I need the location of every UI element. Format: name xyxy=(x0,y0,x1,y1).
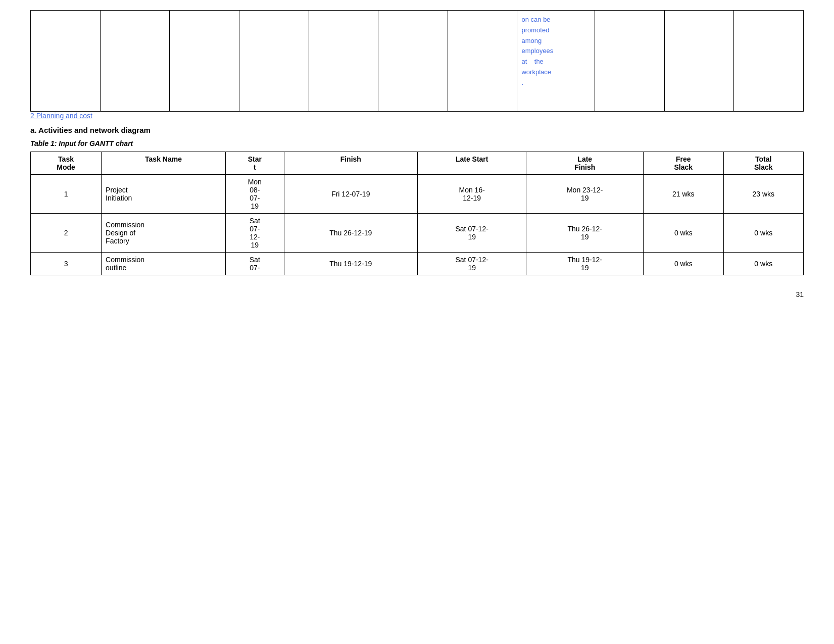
col-header-start-line2: t xyxy=(230,163,280,171)
row2-finish: Thu 26-12-19 xyxy=(284,214,417,253)
page-number: 31 xyxy=(30,290,804,299)
row3-late-finish: Thu 19-12-19 xyxy=(526,253,644,275)
grid-cell-7 xyxy=(448,11,518,112)
cell-text-content: on can be promoted among employees at th… xyxy=(521,15,591,88)
row2-mode: 2 xyxy=(31,214,102,253)
table-row: 3 Commissionoutline Sat07- Thu 19-12-19 … xyxy=(31,253,804,275)
cell-line-3: among xyxy=(521,36,591,46)
row2-total-slack: 0 wks xyxy=(723,214,803,253)
cell-line-2: promoted xyxy=(521,25,591,36)
col-header-line1: Task xyxy=(35,155,97,163)
row2-free-slack: 0 wks xyxy=(644,214,723,253)
col-header-free-slack: Free Slack xyxy=(644,152,723,175)
grid-cell-5 xyxy=(309,11,379,112)
grid-cell-1 xyxy=(30,11,101,112)
cell-line-1: on can be xyxy=(521,15,591,25)
cell-line-4: employees xyxy=(521,46,591,57)
col-header-total-slack: Total Slack xyxy=(723,152,803,175)
row1-late-start: Mon 16-12-19 xyxy=(417,175,526,214)
row3-total-slack: 0 wks xyxy=(723,253,803,275)
row3-late-start: Sat 07-12-19 xyxy=(417,253,526,275)
col-header-latestart-line: Late Start xyxy=(422,155,522,163)
col-header-freeslack-line1: Free xyxy=(648,155,719,163)
col-header-late-start: Late Start xyxy=(417,152,526,175)
cell-line-6: workplace xyxy=(521,67,591,78)
col-header-finish: Finish xyxy=(284,152,417,175)
col-header-task-name: Task Name xyxy=(102,152,226,175)
row1-total-slack: 23 wks xyxy=(723,175,803,214)
section-heading: a. Activities and network diagram xyxy=(30,126,804,134)
col-header-latefinish-line2: Finish xyxy=(530,163,639,171)
row1-finish: Fri 12-07-19 xyxy=(284,175,417,214)
col-header-finish-line: Finish xyxy=(288,155,413,163)
col-header-late-finish: Late Finish xyxy=(526,152,644,175)
col-header-task-mode: Task Mode xyxy=(31,152,102,175)
row1-name: ProjectInitiation xyxy=(102,175,226,214)
table-row: 2 CommissionDesign ofFactory Sat07-12-19… xyxy=(31,214,804,253)
gantt-table: Task Mode Task Name Star t Finish Late S… xyxy=(30,152,804,275)
row1-mode: 1 xyxy=(31,175,102,214)
row1-start: Mon08-07-19 xyxy=(225,175,284,214)
row1-free-slack: 21 wks xyxy=(644,175,723,214)
grid-cell-content: on can be promoted among employees at th… xyxy=(517,11,595,112)
row3-name: Commissionoutline xyxy=(102,253,226,275)
table-row: 1 ProjectInitiation Mon08-07-19 Fri 12-0… xyxy=(31,175,804,214)
col-header-totalslack-line2: Slack xyxy=(728,163,799,171)
row3-free-slack: 0 wks xyxy=(644,253,723,275)
table-header-row: Task Mode Task Name Star t Finish Late S… xyxy=(31,152,804,175)
section-link[interactable]: 2 Planning and cost xyxy=(30,112,92,120)
row1-late-finish: Mon 23-12-19 xyxy=(526,175,644,214)
row2-name: CommissionDesign ofFactory xyxy=(102,214,226,253)
grid-cell-10 xyxy=(665,11,734,112)
row2-late-finish: Thu 26-12-19 xyxy=(526,214,644,253)
table-caption: Table 1: Input for GANTT chart xyxy=(30,139,804,147)
row2-start: Sat07-12-19 xyxy=(225,214,284,253)
cell-line-7: . xyxy=(521,78,591,88)
grid-cell-4 xyxy=(239,11,309,112)
grid-cell-6 xyxy=(378,11,448,112)
col-header-taskname-line: Task Name xyxy=(106,155,221,163)
row3-start: Sat07- xyxy=(225,253,284,275)
col-header-line2: Mode xyxy=(35,163,97,171)
grid-cell-11 xyxy=(734,11,804,112)
col-header-latefinish-line1: Late xyxy=(530,155,639,163)
grid-cell-2 xyxy=(101,11,170,112)
top-grid: on can be promoted among employees at th… xyxy=(30,10,804,112)
row2-late-start: Sat 07-12-19 xyxy=(417,214,526,253)
col-header-freeslack-line2: Slack xyxy=(648,163,719,171)
row3-mode: 3 xyxy=(31,253,102,275)
grid-cell-3 xyxy=(170,11,239,112)
col-header-totalslack-line1: Total xyxy=(728,155,799,163)
cell-line-5: at the xyxy=(521,57,591,67)
col-header-start-line1: Star xyxy=(230,155,280,163)
row3-finish: Thu 19-12-19 xyxy=(284,253,417,275)
grid-cell-9 xyxy=(595,11,665,112)
col-header-start: Star t xyxy=(225,152,284,175)
